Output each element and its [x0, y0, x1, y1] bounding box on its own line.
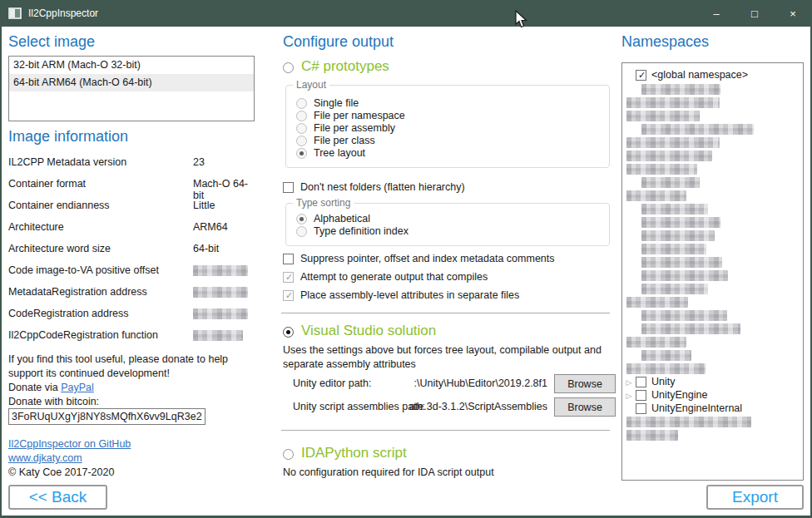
namespace-item-redacted[interactable]: [622, 282, 803, 295]
type-sorting-alphabetical[interactable]: Alphabetical: [296, 213, 596, 226]
namespace-item-redacted[interactable]: [622, 136, 803, 149]
namespace-label: Unity: [651, 376, 675, 387]
namespace-item-redacted[interactable]: [622, 242, 803, 255]
namespace-item-redacted[interactable]: [622, 269, 803, 282]
namespace-item-global[interactable]: <global namespace>: [622, 67, 803, 82]
namespace-item-redacted[interactable]: [622, 428, 803, 442]
redacted-namespace-rows: [622, 415, 803, 442]
namespace-item-unityengine[interactable]: ▷UnityEngine: [622, 388, 803, 402]
window-title: Il2CppInspector: [28, 7, 98, 19]
donate-paypal-line: Donate via PayPal: [8, 381, 94, 395]
idapython-script-radio[interactable]: IDAPython script: [281, 445, 481, 465]
bitcoin-label: Donate with bitcoin:: [8, 395, 99, 409]
layout-option-file-per-namespace[interactable]: File per namespace: [296, 110, 596, 123]
checkbox-icon: [283, 272, 294, 283]
namespace-item-redacted[interactable]: [622, 308, 803, 322]
unity-script-assemblies-value: ate.3d-3.1.2\ScriptAssemblies: [409, 401, 547, 412]
namespace-item-redacted[interactable]: [622, 215, 803, 229]
redacted-text: [641, 257, 722, 268]
expander-spacer: [622, 402, 636, 416]
namespace-item-redacted[interactable]: [622, 415, 803, 428]
layout-option-tree-layout[interactable]: Tree layout: [296, 147, 596, 160]
github-link[interactable]: Il2CppInspector on GitHub: [8, 438, 131, 450]
visual-studio-solution-label: Visual Studio solution: [301, 323, 436, 339]
radio-icon: [283, 62, 294, 73]
namespace-item-unityengineinternal[interactable]: UnityEngineInternal: [622, 402, 803, 415]
expander-icon[interactable]: ▷: [622, 376, 636, 389]
close-button[interactable]: ×: [774, 0, 812, 27]
layout-option-file-per-class[interactable]: File per class: [296, 135, 596, 148]
image-listbox[interactable]: 32-bit ARM (Mach-O 32-bit) 64-bit ARM64 …: [8, 56, 255, 121]
flatten-hierarchy-checkbox[interactable]: Don't nest folders (flatten hierarchy): [283, 181, 599, 195]
info-row: Il2CppCodeRegistration function: [8, 329, 256, 351]
namespace-item-redacted[interactable]: [622, 175, 803, 189]
info-row: Architecture word size 64-bit: [8, 243, 256, 264]
redacted-text: [641, 270, 728, 281]
namespace-label: <global namespace>: [651, 69, 748, 81]
redacted-namespace-rows: [622, 82, 803, 375]
namespace-item-redacted[interactable]: [622, 96, 803, 109]
namespace-item-redacted[interactable]: [622, 149, 803, 162]
layout-groupbox: Layout Single file File per namespace Fi…: [285, 85, 610, 168]
namespace-item-redacted[interactable]: [622, 295, 803, 308]
separate-attributes-checkbox[interactable]: Place assembly-level attributes in separ…: [283, 289, 607, 303]
website-link[interactable]: www.djkaty.com: [8, 452, 82, 464]
info-label: CodeRegistration address: [8, 308, 129, 319]
paypal-link[interactable]: PayPal: [61, 382, 94, 393]
layout-option-single-file[interactable]: Single file: [296, 97, 596, 111]
namespace-item-redacted[interactable]: [622, 229, 803, 242]
info-row: Code image-to-VA positive offset: [8, 264, 256, 286]
maximize-button[interactable]: □: [735, 0, 774, 27]
unity-editor-path-label: Unity editor path:: [293, 377, 372, 389]
compilable-output-checkbox[interactable]: Attempt to generate output that compiles: [283, 271, 607, 284]
redacted-text: [641, 244, 706, 254]
namespace-label: UnityEngine: [651, 389, 707, 401]
visual-studio-solution-radio[interactable]: Visual Studio solution: [281, 323, 514, 343]
namespace-item-redacted[interactable]: [622, 322, 803, 335]
redacted-text: [626, 363, 706, 374]
unity-script-assemblies-row: Unity script assemblies path: ate.3d-3.1…: [281, 397, 616, 417]
namespace-item-redacted[interactable]: [622, 162, 803, 175]
namespace-item-redacted[interactable]: [622, 122, 803, 136]
app-icon: [8, 7, 22, 19]
namespace-item-redacted[interactable]: [622, 82, 803, 96]
namespace-item-redacted[interactable]: [622, 109, 803, 122]
browse-assemblies-button[interactable]: Browse: [554, 397, 616, 417]
info-row: Container format Mach-O 64-bit: [8, 178, 256, 200]
namespace-item-redacted[interactable]: [622, 255, 803, 269]
checkbox-icon[interactable]: [636, 377, 646, 387]
redacted-text: [626, 417, 751, 427]
namespace-list[interactable]: <global namespace> ▷Unity ▷UnityEngine U…: [621, 62, 804, 481]
namespace-item-redacted[interactable]: [622, 348, 803, 362]
redacted-text: [626, 137, 720, 148]
layout-option-file-per-assembly[interactable]: File per assembly: [296, 122, 596, 136]
expander-icon[interactable]: ▷: [622, 389, 636, 402]
section-divider: [281, 430, 610, 431]
minimize-button[interactable]: –: [697, 0, 735, 27]
namespace-item-redacted[interactable]: [622, 202, 803, 215]
checkbox-icon[interactable]: [636, 390, 646, 401]
export-button[interactable]: Export: [706, 485, 804, 510]
info-value: 64-bit: [193, 243, 219, 254]
back-button[interactable]: << Back: [8, 485, 107, 510]
suppress-comments-checkbox[interactable]: Suppress pointer, offset and index metad…: [283, 253, 607, 266]
namespace-item-redacted[interactable]: [622, 362, 803, 375]
info-label: Code image-to-VA positive offset: [8, 264, 159, 276]
redacted-text: [641, 284, 708, 294]
redacted-text: [626, 150, 712, 161]
checkbox-icon[interactable]: [636, 70, 646, 81]
type-sorting-type-definition-index[interactable]: Type definition index: [296, 225, 596, 239]
redacted-text: [641, 350, 691, 361]
checkbox-icon[interactable]: [636, 403, 646, 414]
redacted-text: [626, 297, 688, 308]
browse-editor-button[interactable]: Browse: [554, 374, 616, 393]
csharp-prototypes-radio[interactable]: C# prototypes: [281, 58, 464, 78]
namespace-item-unity[interactable]: ▷Unity: [622, 375, 803, 388]
namespace-item-redacted[interactable]: [622, 335, 803, 348]
image-list-item-selected[interactable]: 64-bit ARM64 (Mach-O 64-bit): [9, 74, 254, 91]
radio-icon: [296, 123, 307, 134]
bitcoin-address-field[interactable]: [8, 408, 205, 425]
redacted-text: [626, 337, 686, 348]
image-list-item[interactable]: 32-bit ARM (Mach-O 32-bit): [9, 57, 254, 74]
namespace-item-redacted[interactable]: [622, 189, 803, 202]
